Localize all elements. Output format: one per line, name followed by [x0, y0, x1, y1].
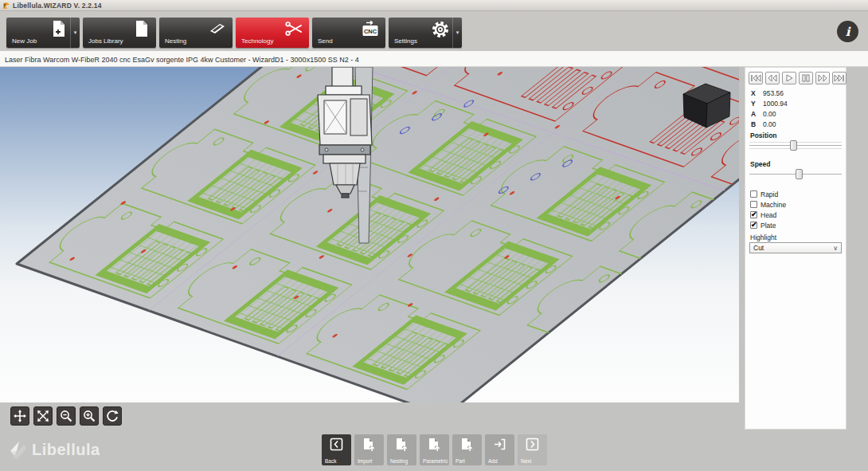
- layer-visibility-checkboxes: Rapid Machine ✔ Head ✔ Plate: [750, 189, 786, 230]
- playback-controls: [749, 72, 846, 84]
- x-coordinate-value: 953.56: [763, 89, 784, 97]
- axis-coordinates: X953.56 Y1000.94 A0.00 B0.00: [751, 88, 788, 130]
- y-coordinate-value: 1000.94: [763, 100, 788, 108]
- cnc-arrow-icon: CNC: [361, 20, 380, 39]
- rotate-view-icon: [106, 410, 119, 422]
- simulation-panel: X953.56 Y1000.94 A0.00 B0.00 Position Sp…: [745, 67, 846, 430]
- fast-forward-icon: [817, 74, 828, 82]
- parametric-button[interactable]: Parametric: [420, 434, 449, 465]
- add-button[interactable]: Add: [485, 434, 514, 465]
- info-icon: i: [846, 25, 850, 39]
- import-page-icon: [362, 438, 376, 452]
- next-icon: [526, 438, 539, 451]
- settings-dropdown-arrow[interactable]: ▾: [452, 18, 462, 48]
- position-slider[interactable]: [749, 139, 842, 151]
- window-title: Libellula.WIZARD V. 2.2.14: [13, 2, 102, 10]
- fit-view-icon: [37, 410, 49, 422]
- dragonfly-icon: [8, 439, 29, 460]
- toolbar-button-settings[interactable]: ▾ Settings: [389, 18, 462, 48]
- new-job-dropdown-arrow[interactable]: ▾: [70, 18, 80, 48]
- pause-button[interactable]: [799, 72, 813, 84]
- highlight-label: Highlight: [750, 234, 776, 241]
- part-button[interactable]: Part: [452, 434, 482, 465]
- sheet-icon: [208, 20, 227, 37]
- back-button[interactable]: Back: [322, 434, 351, 465]
- zoom-out-button[interactable]: [57, 406, 76, 426]
- position-slider-thumb[interactable]: [790, 140, 797, 151]
- pan-button[interactable]: [10, 406, 29, 426]
- logo-text: Libellula: [32, 441, 100, 459]
- wizard-navigation: Back Import Nesting Parametric: [322, 434, 547, 465]
- rotate-view-button[interactable]: [103, 406, 122, 426]
- chevron-down-icon: ∨: [833, 244, 838, 253]
- b-coordinate-value: 0.00: [763, 120, 776, 128]
- info-button[interactable]: i: [837, 21, 858, 42]
- part-page-icon: [460, 438, 474, 452]
- checkbox-machine[interactable]: Machine: [750, 199, 786, 210]
- toolbar-button-new-job[interactable]: ▾ New Job: [6, 18, 80, 48]
- toolbar-button-nesting[interactable]: Nesting: [159, 18, 233, 48]
- viewport-3d[interactable]: LEFT: [0, 67, 739, 402]
- fast-forward-button[interactable]: [815, 72, 830, 84]
- skip-to-end-icon: [834, 74, 845, 82]
- highlight-dropdown[interactable]: Cut ∨: [749, 242, 842, 253]
- next-button[interactable]: Next: [518, 434, 547, 465]
- libellula-logo: Libellula: [8, 439, 100, 460]
- svg-text:CNC: CNC: [364, 28, 377, 35]
- nesting-button[interactable]: Nesting: [387, 434, 416, 465]
- gear-icon: [431, 20, 450, 39]
- speed-slider[interactable]: [749, 168, 842, 180]
- speed-slider-thumb[interactable]: [796, 169, 803, 179]
- rapid-checkbox-box[interactable]: [750, 190, 757, 198]
- import-button[interactable]: Import: [354, 434, 384, 465]
- skip-to-start-icon: [750, 74, 761, 82]
- machine-checkbox-box[interactable]: [750, 201, 757, 208]
- app-logo-icon: [2, 2, 10, 10]
- play-button[interactable]: [782, 72, 796, 84]
- status-bar: Laser Fibra Warcom W-FibeR 2040 cnc EsaG…: [0, 51, 868, 67]
- document-icon: [133, 20, 151, 37]
- checkbox-head[interactable]: ✔ Head: [750, 210, 786, 220]
- new-job-page-plus-icon: [50, 20, 68, 37]
- checkbox-rapid[interactable]: Rapid: [750, 189, 786, 199]
- zoom-in-icon: [83, 410, 96, 422]
- toolbar-button-technology[interactable]: Technology: [236, 18, 309, 48]
- parametric-page-icon: [428, 438, 441, 452]
- head-checkbox-box[interactable]: ✔: [750, 211, 757, 218]
- plate-checkbox-box[interactable]: ✔: [750, 222, 757, 229]
- viewport-3d-scene[interactable]: LEFT: [0, 67, 739, 402]
- a-coordinate-value: 0.00: [763, 110, 776, 118]
- title-bar: Libellula.WIZARD V. 2.2.14: [0, 0, 868, 11]
- play-icon: [784, 74, 795, 82]
- main-toolbar: ▾ New Job Jobs Library Nesting Technolog…: [0, 11, 868, 51]
- zoom-in-button[interactable]: [80, 406, 99, 426]
- toolbar-button-send[interactable]: CNC Send: [312, 18, 385, 48]
- nesting-page-icon: [395, 438, 409, 452]
- add-icon: [493, 438, 506, 451]
- rewind-button[interactable]: [765, 72, 780, 84]
- rewind-icon: [767, 74, 778, 82]
- position-label: Position: [750, 131, 777, 139]
- fit-view-button[interactable]: [33, 406, 53, 426]
- skip-to-start-button[interactable]: [749, 72, 763, 84]
- toolbar-button-jobs-library[interactable]: Jobs Library: [83, 18, 156, 48]
- skip-to-end-button[interactable]: [832, 72, 846, 84]
- zoom-out-icon: [60, 410, 72, 422]
- back-icon: [330, 438, 343, 451]
- view-tools: [10, 406, 122, 426]
- scissors-icon: [284, 20, 303, 37]
- highlight-selected-value: Cut: [753, 244, 764, 252]
- pan-icon: [14, 410, 26, 422]
- checkbox-plate[interactable]: ✔ Plate: [750, 220, 786, 230]
- pause-icon: [800, 74, 811, 82]
- machine-job-description: Laser Fibra Warcom W-FibeR 2040 cnc EsaG…: [0, 52, 359, 68]
- speed-label: Speed: [750, 160, 771, 168]
